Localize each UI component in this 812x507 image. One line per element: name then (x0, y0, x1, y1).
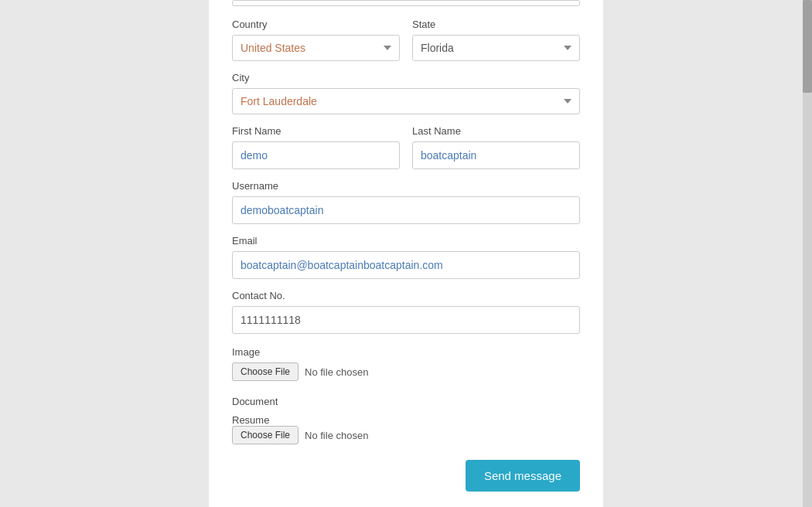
country-label: Country (232, 19, 400, 30)
contact-label: Contact No. (232, 290, 580, 301)
state-label: State (412, 19, 580, 30)
state-select[interactable]: Florida (412, 35, 580, 61)
image-group: Image Choose File No file chosen (232, 345, 580, 389)
image-no-file-text: No file chosen (305, 366, 368, 378)
scrollbar[interactable] (803, 0, 812, 507)
choose-file-button[interactable]: Choose File (232, 362, 299, 381)
username-input[interactable] (232, 196, 580, 224)
right-sidebar (603, 0, 812, 507)
contact-input[interactable] (232, 306, 580, 334)
top-partial-input (232, 0, 580, 6)
first-name-group: First Name (232, 125, 400, 169)
city-select[interactable]: Fort Lauderdale (232, 88, 580, 114)
country-select[interactable]: United States (232, 35, 400, 61)
last-name-input[interactable] (412, 141, 580, 169)
email-group: Email (232, 235, 580, 279)
city-label: City (232, 72, 580, 83)
resume-label: Resume (232, 414, 269, 426)
username-group: Username (232, 180, 580, 224)
document-section: Document (232, 395, 580, 407)
email-input[interactable] (232, 251, 580, 279)
send-message-button[interactable]: Send message (466, 460, 580, 492)
city-group: City Fort Lauderdale (232, 72, 580, 114)
state-group: State Florida (412, 19, 580, 61)
username-label: Username (232, 180, 580, 192)
first-name-label: First Name (232, 125, 400, 137)
document-label: Document (232, 396, 278, 407)
last-name-label: Last Name (412, 125, 580, 137)
image-upload-row: Choose File No file chosen (232, 362, 580, 381)
email-label: Email (232, 235, 580, 247)
resume-no-file-text: No file chosen (305, 430, 368, 441)
main-content: Country United States State Florida City… (209, 0, 603, 507)
scrollbar-thumb[interactable] (803, 0, 812, 93)
choose-resume-button[interactable]: Choose File (232, 426, 299, 444)
name-row: First Name Last Name (232, 125, 580, 169)
image-label: Image (232, 346, 580, 358)
resume-upload-row: Choose File No file chosen (232, 426, 580, 444)
resume-group: Resume Choose File No file chosen (232, 413, 580, 444)
country-group: Country United States (232, 19, 400, 61)
contact-group: Contact No. (232, 290, 580, 334)
first-name-input[interactable] (232, 141, 400, 169)
last-name-group: Last Name (412, 125, 580, 169)
country-state-row: Country United States State Florida (232, 19, 580, 61)
left-sidebar (0, 0, 209, 507)
